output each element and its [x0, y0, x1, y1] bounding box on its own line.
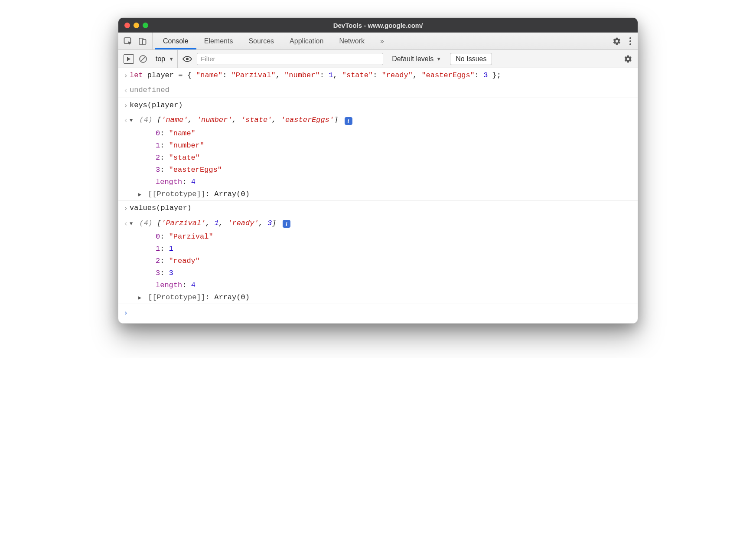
- traffic-lights: [118, 23, 148, 28]
- console-code: let player = { "name": "Parzival", "numb…: [130, 69, 634, 82]
- console-prompt[interactable]: ›: [118, 304, 638, 323]
- svg-point-5: [629, 43, 631, 45]
- array-entry: 2: "ready": [118, 255, 638, 267]
- svg-point-3: [629, 37, 631, 39]
- minimize-window-button[interactable]: [134, 23, 139, 28]
- console-input-row: › values(player): [118, 200, 638, 216]
- log-level-label: Default levels: [392, 55, 433, 63]
- tab-sources[interactable]: Sources: [241, 33, 282, 49]
- undefined-result: undefined: [130, 84, 634, 96]
- info-badge-icon[interactable]: i: [345, 117, 352, 125]
- tab-console[interactable]: Console: [155, 33, 196, 49]
- svg-point-9: [186, 58, 189, 60]
- array-entry: 0: "name": [118, 128, 638, 140]
- execution-context-label: top: [156, 55, 165, 63]
- tab-network[interactable]: Network: [331, 33, 372, 49]
- console-input-row: › keys(player): [118, 98, 638, 113]
- main-tab-bar: Console Elements Sources Application Net…: [118, 33, 638, 50]
- console-output: › let player = { "name": "Parzival", "nu…: [118, 68, 638, 323]
- prototype-row[interactable]: [[Prototype]]: Array(0): [118, 291, 638, 304]
- prompt-chevron-icon: ›: [122, 307, 130, 319]
- output-chevron-icon: ‹: [122, 217, 130, 229]
- output-chevron-icon: ‹: [122, 114, 130, 126]
- input-chevron-icon: ›: [122, 202, 130, 214]
- settings-gear-icon[interactable]: [613, 37, 621, 46]
- info-badge-icon[interactable]: i: [283, 220, 290, 228]
- tabs: Console Elements Sources Application Net…: [155, 33, 392, 49]
- filter-input[interactable]: [197, 53, 383, 65]
- console-result-row: ‹ (4) ['name', 'number', 'state', 'easte…: [118, 113, 638, 128]
- console-sidebar-toggle-icon[interactable]: [124, 54, 134, 64]
- prompt-input-area[interactable]: [130, 307, 634, 319]
- log-level-selector[interactable]: Default levels ▼: [388, 55, 446, 63]
- output-chevron-icon: ‹: [122, 84, 130, 96]
- console-input-row: › let player = { "name": "Parzival", "nu…: [118, 68, 638, 83]
- expand-toggle-icon[interactable]: [138, 191, 143, 200]
- inspect-element-icon[interactable]: [124, 37, 132, 46]
- console-settings-gear-icon[interactable]: [624, 55, 632, 63]
- issues-button[interactable]: No Issues: [450, 53, 492, 65]
- live-expression-icon[interactable]: [182, 56, 192, 62]
- clear-console-icon[interactable]: [138, 54, 148, 64]
- devtools-window: DevTools - www.google.com/ Console Eleme…: [118, 17, 638, 324]
- execution-context-selector[interactable]: top ▼: [152, 50, 178, 68]
- array-entry: 0: "Parzival": [118, 231, 638, 243]
- array-length: length: 4: [118, 279, 638, 291]
- device-toolbar-icon[interactable]: [138, 37, 147, 46]
- console-toolbar: top ▼ Default levels ▼ No Issues: [118, 50, 638, 68]
- array-summary[interactable]: (4) ['name', 'number', 'state', 'easterE…: [130, 114, 634, 126]
- expand-toggle-icon[interactable]: [130, 220, 135, 229]
- dropdown-triangle-icon: ▼: [169, 56, 174, 62]
- svg-rect-2: [143, 39, 146, 44]
- array-entry: 2: "state": [118, 152, 638, 164]
- console-result-row: ‹ (4) ['Parzival', 1, 'ready', 3] i: [118, 216, 638, 231]
- tabs-overflow-button[interactable]: »: [372, 33, 392, 49]
- dropdown-triangle-icon: ▼: [436, 56, 441, 62]
- svg-point-4: [629, 40, 631, 42]
- console-result-row: ‹ undefined: [118, 83, 638, 98]
- tab-elements[interactable]: Elements: [196, 33, 241, 49]
- fullscreen-window-button[interactable]: [143, 23, 148, 28]
- array-entry: 3: 3: [118, 267, 638, 279]
- prototype-row[interactable]: [[Prototype]]: Array(0): [118, 188, 638, 200]
- input-chevron-icon: ›: [122, 99, 130, 111]
- close-window-button[interactable]: [124, 23, 130, 28]
- input-chevron-icon: ›: [122, 69, 130, 82]
- array-summary[interactable]: (4) ['Parzival', 1, 'ready', 3] i: [130, 217, 634, 229]
- expand-toggle-icon[interactable]: [130, 117, 135, 125]
- console-code: keys(player): [130, 99, 634, 111]
- array-entry: 1: 1: [118, 243, 638, 255]
- window-title: DevTools - www.google.com/: [118, 22, 638, 29]
- kebab-menu-icon[interactable]: [629, 37, 632, 46]
- console-code: values(player): [130, 202, 634, 214]
- svg-line-8: [140, 56, 146, 62]
- svg-marker-6: [127, 57, 130, 61]
- titlebar: DevTools - www.google.com/: [118, 18, 638, 33]
- expand-toggle-icon[interactable]: [138, 294, 143, 303]
- array-length: length: 4: [118, 176, 638, 188]
- array-entry: 1: "number": [118, 140, 638, 152]
- array-entry: 3: "easterEggs": [118, 164, 638, 176]
- tab-application[interactable]: Application: [282, 33, 331, 49]
